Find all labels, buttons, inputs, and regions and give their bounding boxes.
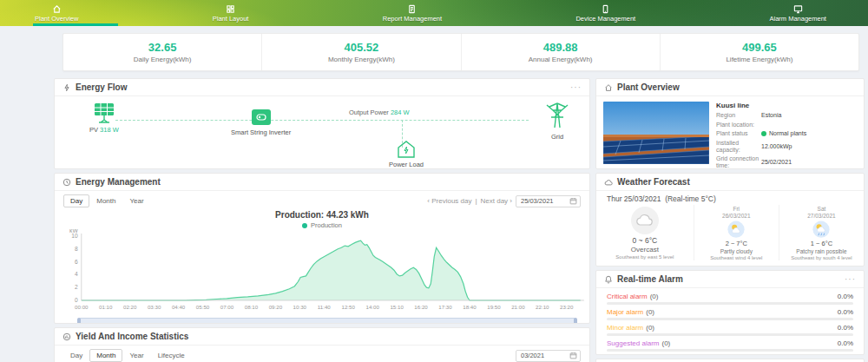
- alarm-row-minor[interactable]: Minor alarm(0) 0.0%: [607, 324, 853, 336]
- panel-title: Weather Forecast: [617, 177, 690, 187]
- svg-text:10: 10: [71, 233, 78, 239]
- power-load-node[interactable]: Power Load: [389, 140, 424, 168]
- tab-alarm-management[interactable]: Alarm Management: [770, 4, 826, 23]
- rain-possible-icon: [812, 220, 831, 238]
- stat-label: Monthly Energy(kWh): [328, 56, 395, 63]
- yield-income-panel: Yield And Income Statistics Day Month Ye…: [54, 327, 590, 362]
- alarm-progress-bar: [607, 302, 853, 305]
- chart-legend[interactable]: Production: [55, 221, 589, 229]
- top-navigation: Plant Overview Plant Layout Report Manag…: [0, 0, 868, 26]
- alarm-percentage: 0.0%: [838, 324, 853, 332]
- stat-monthly-energy: 405.52 Monthly Energy(kWh): [262, 34, 461, 70]
- info-row-status: Plant status Normal plants: [716, 130, 857, 137]
- month-input[interactable]: [521, 352, 566, 359]
- stat-label: Daily Energy(kWh): [134, 56, 192, 63]
- stat-value: 405.52: [344, 41, 378, 54]
- date-input[interactable]: [521, 197, 566, 205]
- alarm-row-critical[interactable]: Critical alarm(0) 0.0%: [607, 293, 853, 305]
- tab-lifecycle[interactable]: Lifecycle: [151, 349, 192, 362]
- svg-text:23:20: 23:20: [560, 304, 574, 310]
- inverter-icon: [251, 108, 272, 127]
- date-picker[interactable]: [516, 195, 581, 207]
- legend-label: Production: [311, 221, 342, 229]
- tab-plant-overview[interactable]: Plant Overview: [35, 4, 78, 23]
- stat-label: Annual Energy(kWh): [529, 56, 593, 63]
- weather-today: 0 ~ 6°C Overcast Southeast by east 5 lev…: [596, 205, 694, 260]
- tab-year[interactable]: Year: [122, 349, 150, 362]
- power-load-label: Power Load: [389, 161, 424, 168]
- device-icon: [601, 4, 610, 14]
- svg-text:00:00: 00:00: [75, 304, 89, 310]
- forecast-temp: 1 ~ 6°C: [811, 240, 832, 247]
- energy-flow-diagram: Output Power 284 W PV 318 W: [55, 96, 589, 169]
- svg-text:16:20: 16:20: [414, 304, 428, 310]
- plant-overview-panel: Plant Overview: [595, 78, 865, 169]
- environmental-benefits-panel: Environmental Benefits: [595, 359, 865, 362]
- svg-text:18:40: 18:40: [463, 304, 477, 310]
- inverter-node[interactable]: Smart String Inverter: [231, 108, 291, 136]
- pv-node[interactable]: PV 318 W: [89, 102, 119, 134]
- zoom-handle-right[interactable]: [574, 318, 577, 324]
- grid-tower-icon: [544, 98, 570, 131]
- svg-text:2: 2: [75, 284, 78, 290]
- clock-icon: [62, 178, 71, 187]
- svg-text:02:20: 02:20: [123, 304, 137, 310]
- more-button[interactable]: ···: [845, 276, 856, 283]
- forecast-condition: Partly cloudy: [720, 248, 753, 254]
- svg-text:8: 8: [75, 246, 78, 252]
- panel-title: Real-time Alarm: [617, 274, 683, 284]
- svg-text:4: 4: [75, 271, 78, 277]
- stat-daily-energy: 32.65 Daily Energy(kWh): [63, 34, 262, 70]
- pv-label: PV 318 W: [89, 126, 119, 134]
- period-tabs: Day Month Year: [63, 194, 151, 207]
- chart-zoom-scrollbar[interactable]: [77, 318, 577, 324]
- realtime-alarm-panel: Real-time Alarm ··· Critical alarm(0) 0.…: [595, 270, 865, 355]
- svg-text:05:50: 05:50: [196, 304, 210, 310]
- svg-text:08:10: 08:10: [245, 304, 259, 310]
- zoom-handle-left[interactable]: [77, 318, 81, 324]
- tab-plant-layout[interactable]: Plant Layout: [213, 4, 249, 23]
- panel-title: Plant Overview: [617, 82, 680, 92]
- tab-month[interactable]: Month: [89, 194, 122, 207]
- tab-year[interactable]: Year: [122, 194, 150, 207]
- next-day-link[interactable]: Next day ›: [481, 197, 512, 205]
- grid-label: Grid: [551, 133, 563, 141]
- tab-day[interactable]: Day: [63, 349, 89, 362]
- inverter-label: Smart String Inverter: [231, 128, 291, 136]
- stat-value: 32.65: [148, 41, 177, 54]
- grid-node[interactable]: Grid: [544, 98, 570, 141]
- forecast-day: Sat27/03/2021: [807, 206, 836, 220]
- active-tab-underline: [33, 23, 118, 26]
- stat-annual-energy: 489.88 Annual Energy(kWh): [462, 34, 661, 70]
- tab-month[interactable]: Month: [89, 349, 122, 362]
- nav-tab-label: Device Management: [575, 15, 635, 23]
- alarm-monitor-icon: [793, 4, 803, 14]
- previous-day-link[interactable]: ‹ Previous day: [427, 197, 471, 205]
- svg-text:21:00: 21:00: [511, 304, 525, 310]
- plant-name: Kuusi line: [716, 102, 857, 109]
- today-condition: Overcast: [631, 246, 659, 253]
- more-button[interactable]: ···: [570, 84, 582, 91]
- svg-text:04:40: 04:40: [172, 304, 186, 310]
- tab-day[interactable]: Day: [63, 194, 89, 207]
- period-tabs: Day Month Year Lifecycle: [63, 349, 192, 362]
- alarm-row-major[interactable]: Major alarm(0) 0.0%: [607, 308, 853, 320]
- home-icon: [604, 83, 613, 92]
- tab-report-management[interactable]: Report Management: [383, 4, 442, 23]
- svg-text:10:30: 10:30: [293, 304, 307, 310]
- alarm-percentage: 0.0%: [838, 339, 853, 347]
- nav-tab-label: Alarm Management: [770, 15, 826, 23]
- svg-text:09:20: 09:20: [269, 304, 283, 310]
- alarm-row-suggested[interactable]: Suggested alarm(0) 0.0%: [607, 339, 853, 352]
- month-picker[interactable]: [516, 350, 581, 362]
- panel-title: Yield And Income Statistics: [76, 332, 188, 341]
- calendar-icon: [569, 197, 577, 205]
- tab-device-management[interactable]: Device Management: [575, 4, 635, 23]
- svg-text:6: 6: [75, 259, 78, 265]
- panel-title: Energy Management: [76, 177, 161, 187]
- svg-text:kW: kW: [69, 229, 78, 234]
- svg-text:14:00: 14:00: [365, 304, 379, 310]
- status-badge: Normal plants: [769, 130, 806, 137]
- svg-text:07:00: 07:00: [220, 304, 234, 310]
- svg-text:12:50: 12:50: [342, 304, 356, 310]
